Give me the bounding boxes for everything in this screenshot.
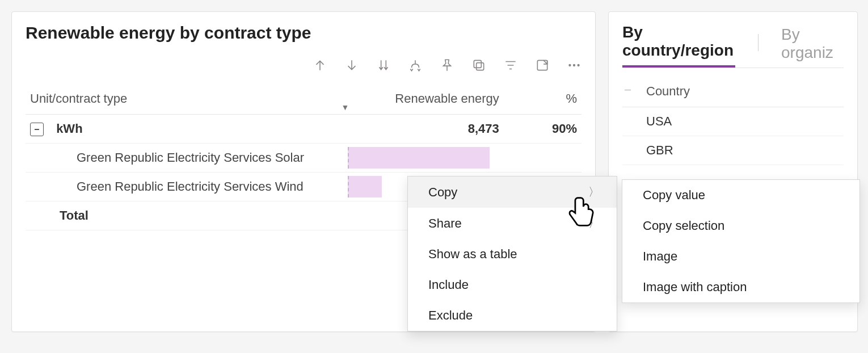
svg-point-5 — [577, 64, 579, 66]
row-name: Green Republic Electricity Services Wind — [26, 173, 348, 201]
svg-rect-2 — [537, 60, 547, 70]
focus-mode-icon[interactable] — [535, 58, 550, 73]
visual-toolbar — [26, 54, 582, 77]
bar-fill — [348, 176, 382, 197]
submenu-image-caption-label: Image with caption — [643, 280, 747, 295]
country-column-header[interactable]: Country — [622, 82, 844, 107]
group-pct: 90% — [504, 115, 582, 144]
menu-show-table-label: Show as a table — [428, 247, 517, 262]
menu-exclude-label: Exclude — [428, 308, 473, 323]
svg-rect-0 — [477, 62, 484, 70]
group-row-kwh[interactable]: – kWh 8,473 90% — [26, 115, 582, 144]
filter-icon[interactable] — [503, 58, 518, 73]
svg-rect-1 — [474, 60, 481, 68]
submenu-copy-selection-label: Copy selection — [643, 218, 724, 233]
menu-share-label: Share — [428, 216, 462, 231]
copy-icon[interactable] — [471, 58, 486, 73]
svg-point-4 — [573, 64, 575, 66]
row-energy — [348, 144, 503, 173]
col-unit[interactable]: Unit/contract type ▼ — [26, 83, 348, 115]
submenu-image[interactable]: Image — [622, 241, 859, 272]
pin-icon[interactable] — [440, 58, 454, 73]
menu-exclude[interactable]: Exclude — [408, 300, 617, 331]
bar-fill — [348, 147, 490, 169]
tab-divider — [758, 34, 759, 51]
tab-organization[interactable]: By organiz — [781, 26, 844, 68]
branch-down-icon[interactable] — [408, 58, 423, 73]
submenu-image-label: Image — [643, 249, 677, 264]
menu-include-label: Include — [428, 278, 469, 292]
menu-copy-label: Copy — [428, 185, 457, 200]
total-label: Total — [26, 201, 348, 230]
group-energy: 8,473 — [348, 115, 503, 144]
col-percent[interactable]: % — [504, 83, 582, 115]
double-arrow-down-icon[interactable] — [376, 58, 391, 73]
tab-country-region[interactable]: By country/region — [622, 23, 735, 68]
submenu-copy-value-label: Copy value — [643, 188, 705, 203]
cursor-pointer-icon — [566, 194, 597, 229]
col-unit-label: Unit/contract type — [30, 91, 127, 106]
country-row[interactable]: USA — [622, 107, 844, 136]
menu-include[interactable]: Include — [408, 270, 617, 300]
group-name: kWh — [56, 121, 82, 136]
submenu-image-caption[interactable]: Image with caption — [622, 272, 859, 302]
card-title: Renewable energy by contract type — [26, 23, 582, 43]
submenu-copy-selection[interactable]: Copy selection — [622, 211, 859, 241]
country-row[interactable]: GBR — [622, 136, 844, 165]
submenu-copy-value[interactable]: Copy value — [622, 180, 859, 211]
right-tabs: By country/region By organiz — [622, 23, 844, 68]
copy-submenu: Copy value Copy selection Image Image wi… — [622, 179, 860, 303]
arrow-up-icon[interactable] — [313, 58, 327, 73]
svg-point-3 — [568, 64, 571, 66]
more-icon[interactable] — [567, 58, 582, 73]
row-pct — [504, 144, 582, 173]
table-row[interactable]: Green Republic Electricity Services Sola… — [26, 144, 582, 173]
row-name: Green Republic Electricity Services Sola… — [26, 144, 348, 173]
collapse-icon[interactable]: – — [30, 123, 44, 136]
col-energy[interactable]: Renewable energy — [348, 83, 503, 115]
arrow-down-icon[interactable] — [344, 58, 359, 73]
menu-show-as-table[interactable]: Show as a table — [408, 239, 617, 270]
